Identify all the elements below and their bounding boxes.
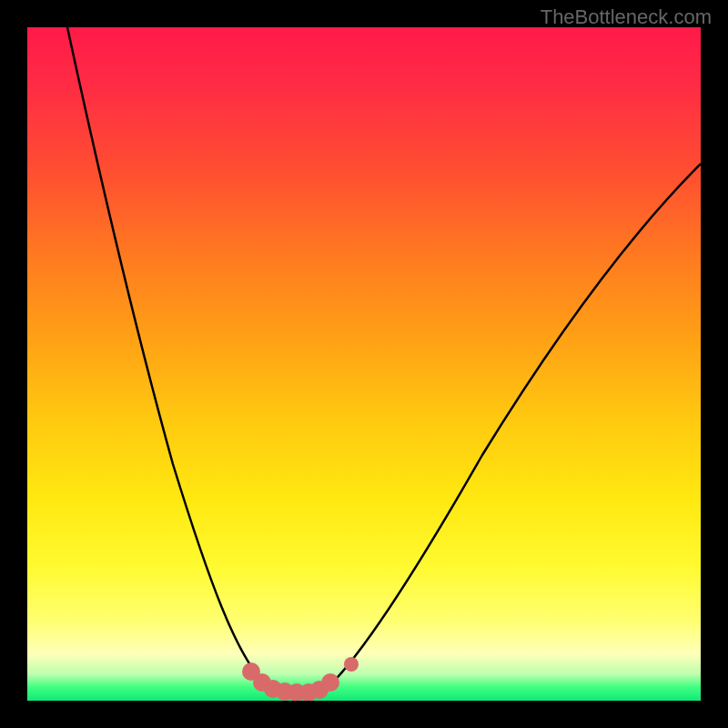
plot-area	[27, 27, 701, 701]
marker-dot	[321, 673, 339, 692]
right-curve	[323, 164, 701, 692]
bottom-marker-group	[242, 657, 359, 701]
left-curve	[67, 27, 278, 692]
watermark-text: TheBottleneck.com	[541, 5, 712, 29]
marker-dot	[344, 657, 359, 672]
curve-overlay	[27, 27, 701, 701]
